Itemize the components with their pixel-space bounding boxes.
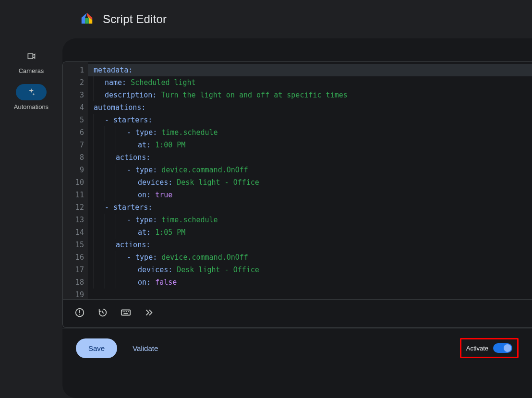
code-line[interactable]: at: 1:00 PM bbox=[88, 139, 532, 151]
code-line[interactable]: description: Turn the light on and off a… bbox=[88, 89, 532, 101]
editor-container: 12345678910111213141516171819 metadata:n… bbox=[62, 61, 532, 328]
code-line[interactable] bbox=[88, 289, 532, 299]
code-line[interactable]: metadata: bbox=[88, 64, 532, 76]
editor-toolbar bbox=[63, 299, 532, 327]
code-line[interactable]: on: false bbox=[88, 276, 532, 289]
activate-label: Activate bbox=[466, 345, 488, 352]
svg-rect-2 bbox=[79, 314, 80, 315]
code-content[interactable]: metadata:name: Scheduled lightdescriptio… bbox=[88, 62, 532, 299]
code-line[interactable]: automations: bbox=[88, 101, 532, 114]
activate-toggle[interactable] bbox=[493, 343, 512, 353]
code-line[interactable]: - type: time.schedule bbox=[88, 126, 532, 139]
code-line[interactable]: actions: bbox=[88, 151, 532, 164]
svg-rect-1 bbox=[79, 310, 80, 313]
chevron-forward-icon[interactable] bbox=[144, 307, 154, 320]
svg-rect-7 bbox=[128, 311, 129, 312]
save-button[interactable]: Save bbox=[76, 338, 117, 358]
error-icon[interactable] bbox=[74, 307, 85, 320]
code-line[interactable]: at: 1:05 PM bbox=[88, 226, 532, 239]
svg-rect-6 bbox=[126, 311, 127, 312]
code-line[interactable]: devices: Desk light - Office bbox=[88, 264, 532, 276]
page-title: Script Editor bbox=[103, 12, 167, 26]
toggle-thumb bbox=[504, 344, 511, 352]
code-editor[interactable]: 12345678910111213141516171819 metadata:n… bbox=[63, 62, 532, 299]
sidebar: CamerasAutomations bbox=[0, 38, 62, 398]
code-line[interactable]: devices: Desk light - Office bbox=[88, 176, 532, 189]
sidebar-item-label: Automations bbox=[14, 103, 48, 110]
code-line[interactable]: - starters: bbox=[88, 201, 532, 214]
code-line[interactable]: - starters: bbox=[88, 114, 532, 126]
validate-button[interactable]: Validate bbox=[129, 339, 162, 357]
code-line[interactable]: - type: device.command.OnOff bbox=[88, 251, 532, 264]
svg-rect-3 bbox=[121, 310, 130, 315]
google-home-logo-icon bbox=[80, 11, 94, 27]
code-line[interactable]: - type: time.schedule bbox=[88, 214, 532, 226]
bottom-bar: Save Validate Activate bbox=[62, 328, 532, 368]
sidebar-item-cameras[interactable]: Cameras bbox=[0, 46, 62, 80]
sparkle-icon bbox=[16, 84, 47, 100]
svg-rect-8 bbox=[123, 313, 128, 314]
history-icon[interactable] bbox=[97, 307, 108, 320]
code-line[interactable]: - type: device.command.OnOff bbox=[88, 164, 532, 176]
main-panel: 12345678910111213141516171819 metadata:n… bbox=[62, 38, 532, 398]
sidebar-item-automations[interactable]: Automations bbox=[0, 82, 62, 116]
activate-highlight-box: Activate bbox=[460, 338, 519, 358]
sidebar-item-label: Cameras bbox=[19, 67, 44, 74]
camera-icon bbox=[16, 48, 47, 64]
code-line[interactable]: actions: bbox=[88, 239, 532, 251]
header: Script Editor bbox=[0, 0, 532, 38]
code-line[interactable]: on: true bbox=[88, 189, 532, 201]
keyboard-icon[interactable] bbox=[121, 307, 131, 320]
svg-rect-5 bbox=[124, 311, 125, 312]
line-gutter: 12345678910111213141516171819 bbox=[63, 62, 88, 299]
svg-rect-4 bbox=[123, 311, 124, 312]
code-line[interactable]: name: Scheduled light bbox=[88, 76, 532, 89]
